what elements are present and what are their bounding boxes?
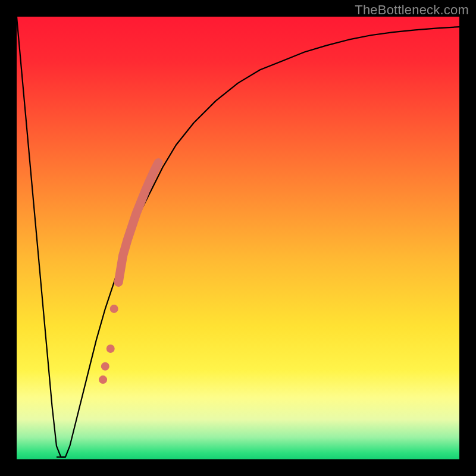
plot-area xyxy=(17,17,459,459)
watermark-text: TheBottleneck.com xyxy=(355,2,469,18)
bottleneck-curve xyxy=(17,17,459,457)
marker-dots xyxy=(99,305,118,384)
curve-layer xyxy=(17,17,459,459)
marker-dot xyxy=(101,362,109,371)
marker-dense-segment xyxy=(118,163,158,283)
marker-dot xyxy=(110,305,118,313)
marker-dot xyxy=(107,345,115,353)
marker-dot xyxy=(99,375,107,384)
chart-frame: TheBottleneck.com xyxy=(0,0,476,476)
